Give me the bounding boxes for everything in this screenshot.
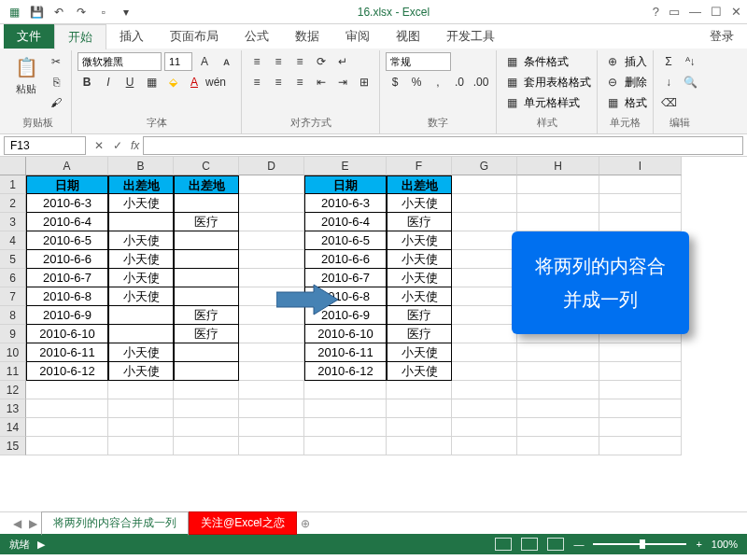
undo-icon[interactable]: ↶ [50,4,67,21]
cell[interactable] [599,343,682,362]
ribbon-options-icon[interactable]: ▭ [669,5,680,19]
delete-button[interactable]: 删除 [625,75,647,91]
underline-icon[interactable]: U [120,73,139,91]
row-header-9[interactable]: 9 [0,325,26,343]
align-left-icon[interactable]: ≡ [247,73,266,91]
cell-styles-button[interactable]: 单元格样式 [524,95,580,111]
cell[interactable]: 2010-6-6 [26,250,108,269]
format-painter-icon[interactable]: 🖌 [47,93,65,112]
cell[interactable] [517,381,599,399]
row-header-12[interactable]: 12 [0,381,26,399]
merge-icon[interactable]: ⊞ [355,73,374,91]
name-box[interactable] [4,136,86,155]
cell[interactable] [452,343,517,362]
cell[interactable] [174,381,239,399]
sort-filter-icon[interactable]: ᴬ↓ [681,52,699,71]
phonetic-icon[interactable]: wén [206,73,225,91]
cell[interactable] [599,418,682,437]
cell[interactable]: 小天使 [108,287,174,306]
col-header-C[interactable]: C [174,157,239,175]
cell[interactable]: 医疗 [387,213,452,231]
row-header-10[interactable]: 10 [0,343,26,362]
comma-icon[interactable]: , [429,73,447,91]
zoom-in-icon[interactable]: + [696,539,701,550]
cell[interactable] [452,437,517,455]
formula-bar[interactable] [143,136,743,155]
cell[interactable] [239,343,304,362]
cell[interactable] [239,250,304,269]
cell[interactable]: 2010-6-12 [26,362,108,381]
tab-home[interactable]: 开始 [54,24,106,49]
cell[interactable] [174,399,239,418]
cell[interactable]: 小天使 [387,194,452,213]
cell[interactable] [174,194,239,213]
cell[interactable]: 小天使 [387,269,452,287]
cell[interactable]: 小天使 [387,250,452,269]
cell[interactable] [174,269,239,287]
cell[interactable] [239,194,304,213]
format-table-button[interactable]: 套用表格格式 [524,75,591,91]
cell[interactable]: 小天使 [108,269,174,287]
cell[interactable] [599,362,682,381]
macro-record-icon[interactable]: ▶ [37,539,45,551]
cell[interactable]: 2010-6-5 [26,231,108,250]
cell[interactable]: 2010-6-6 [304,250,387,269]
row-header-7[interactable]: 7 [0,287,26,306]
col-header-I[interactable]: I [599,157,682,175]
cell[interactable] [304,437,387,455]
cell[interactable]: 2010-6-3 [304,194,387,213]
insert-button[interactable]: 插入 [625,54,647,70]
cell[interactable] [26,418,108,437]
cell[interactable]: 小天使 [108,343,174,362]
cell[interactable] [599,213,682,231]
cell[interactable]: 2010-6-9 [26,306,108,325]
align-center-icon[interactable]: ≡ [269,73,288,91]
cell[interactable] [239,418,304,437]
cell[interactable] [452,287,517,306]
fill-icon[interactable]: ↓ [659,73,678,91]
fx-icon[interactable]: fx [131,139,139,152]
cell[interactable] [174,231,239,250]
sheet-tab-2[interactable]: 关注@Excel之恋 [189,511,297,535]
cell[interactable] [517,399,599,418]
increase-font-icon[interactable]: A [195,52,214,71]
redo-icon[interactable]: ↷ [73,4,90,21]
align-right-icon[interactable]: ≡ [290,73,309,91]
cell[interactable]: 2010-6-12 [304,362,387,381]
cell[interactable]: 2010-6-4 [304,213,387,231]
cell[interactable]: 医疗 [387,325,452,343]
cell[interactable] [108,418,174,437]
enter-formula-icon[interactable]: ✓ [108,139,127,152]
tab-file[interactable]: 文件 [4,24,54,49]
row-header-6[interactable]: 6 [0,269,26,287]
increase-indent-icon[interactable]: ⇥ [333,73,352,91]
cell[interactable] [239,231,304,250]
qat-dropdown-icon[interactable]: ▾ [118,4,134,21]
cell[interactable]: 2010-6-11 [26,343,108,362]
cell[interactable] [517,343,599,362]
cell[interactable] [517,362,599,381]
cell[interactable] [108,437,174,455]
fill-color-icon[interactable]: ⬙ [163,73,182,91]
tab-dev[interactable]: 开发工具 [433,24,508,49]
cell[interactable] [452,175,517,194]
sheet-nav-prev-icon[interactable]: ◀ [9,517,25,530]
cell[interactable] [108,381,174,399]
maximize-icon[interactable]: ☐ [711,5,722,19]
cell[interactable] [387,399,452,418]
orientation-icon[interactable]: ⟳ [312,52,331,71]
cell[interactable]: 小天使 [387,287,452,306]
align-top-icon[interactable]: ≡ [247,52,266,71]
cell[interactable]: 小天使 [108,250,174,269]
sheet-nav-next-icon[interactable]: ▶ [25,517,41,530]
cell[interactable] [452,269,517,287]
qat-btn-icon[interactable]: ▫ [95,4,112,21]
cell[interactable] [174,250,239,269]
tab-view[interactable]: 视图 [383,24,433,49]
cell[interactable] [304,418,387,437]
cell[interactable] [304,381,387,399]
normal-view-icon[interactable] [495,538,512,551]
cell[interactable] [108,325,174,343]
help-icon[interactable]: ? [653,5,659,19]
cell[interactable] [517,194,599,213]
